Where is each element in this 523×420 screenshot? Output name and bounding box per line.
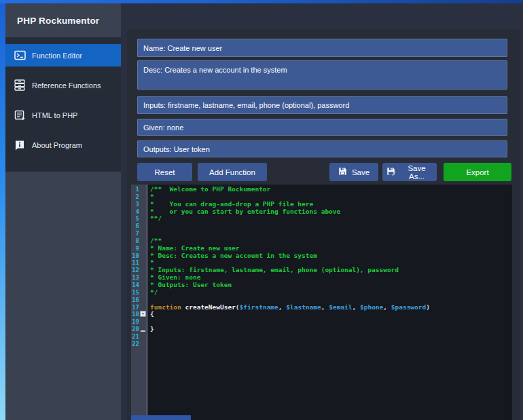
save-button-label: Save	[352, 168, 369, 176]
caret-mark	[141, 330, 145, 332]
line-number: 12	[131, 267, 147, 274]
document-convert-icon	[14, 109, 26, 121]
code-line: {	[150, 311, 512, 318]
function-outputs-input[interactable]	[137, 140, 507, 157]
window-border-left	[0, 0, 5, 420]
code-editor[interactable]: 12345678910111213141516171819202122 /** …	[131, 185, 512, 420]
sidebar-item-about-program[interactable]: About Program	[5, 134, 121, 156]
function-inputs-input[interactable]	[137, 96, 507, 114]
sidebar-item-reference-functions[interactable]: Reference Functions	[5, 74, 121, 96]
code-line: */	[150, 289, 512, 297]
code-line: **/	[150, 215, 512, 223]
line-number: 17	[131, 304, 147, 311]
function-name-input[interactable]	[137, 39, 507, 57]
horizontal-scrollbar-thumb[interactable]	[131, 415, 191, 420]
save-as-button-label: Save As...	[401, 164, 433, 180]
line-number: 7	[131, 230, 147, 237]
code-line	[150, 333, 512, 341]
add-function-button-label: Add Function	[209, 168, 255, 176]
add-function-button[interactable]: Add Function	[198, 163, 267, 181]
fold-marker[interactable]: -	[140, 311, 146, 317]
line-number: 16	[131, 297, 147, 304]
floppy-edit-icon	[386, 167, 396, 178]
code-line	[150, 318, 512, 326]
app-window: PHP Rockumentor Function Editor	[0, 0, 523, 420]
code-line: * Outputs: User token	[150, 282, 512, 289]
line-number: 13	[131, 274, 147, 282]
card-file-icon	[14, 79, 26, 92]
sidebar-menu: Function Editor Reference Functions	[5, 37, 121, 172]
line-number: 10	[131, 252, 147, 260]
editor-gutter: 12345678910111213141516171819202122	[131, 185, 147, 420]
export-button-label: Export	[466, 168, 488, 176]
line-number: 22	[131, 341, 147, 348]
code-line	[150, 230, 512, 237]
line-number: 1	[131, 186, 147, 193]
save-as-button[interactable]: Save As...	[382, 163, 437, 181]
sidebar-item-html-to-php[interactable]: HTML to PHP	[5, 104, 121, 126]
code-line	[150, 341, 512, 348]
line-number: 14	[131, 282, 147, 289]
line-number: 15	[131, 289, 147, 297]
line-number: 2	[131, 193, 147, 201]
line-number: 5	[131, 215, 147, 223]
sidebar-item-function-editor[interactable]: Function Editor	[5, 44, 121, 66]
sidebar: PHP Rockumentor Function Editor	[5, 3, 121, 420]
line-number: 11	[131, 259, 147, 267]
line-number: 19	[131, 318, 147, 326]
editor-code[interactable]: /** Welcome to PHP Rockumentor** You can…	[148, 185, 512, 420]
code-line: * Inputs: firstname, lastname, email, ph…	[150, 267, 512, 274]
code-line: * or you can start by entering functions…	[150, 208, 512, 216]
floppy-icon	[338, 167, 347, 177]
sidebar-item-label: About Program	[32, 141, 82, 149]
code-line: * Desc: Creates a new account in the sys…	[150, 252, 512, 260]
reset-button[interactable]: Reset	[137, 163, 192, 181]
line-number: 9	[131, 245, 147, 252]
line-number: 3	[131, 201, 147, 208]
code-line: function createNewUser($firstname, $last…	[150, 304, 512, 311]
line-number: 4	[131, 208, 147, 216]
function-desc-input[interactable]: Desc: Creates a new account in the syste…	[137, 60, 507, 90]
line-number: 8	[131, 237, 147, 245]
line-number: 21	[131, 333, 147, 341]
code-line: }	[150, 326, 512, 333]
export-button[interactable]: Export	[444, 163, 511, 181]
terminal-icon	[14, 50, 26, 62]
sidebar-item-label: Reference Functions	[32, 81, 101, 90]
reset-button-label: Reset	[154, 168, 175, 176]
sidebar-item-label: Function Editor	[32, 52, 82, 60]
sidebar-header: PHP Rockumentor	[5, 3, 121, 37]
save-button[interactable]: Save	[329, 163, 378, 181]
code-line	[150, 223, 512, 230]
line-number: 20	[131, 326, 147, 333]
app-title: PHP Rockumentor	[17, 16, 99, 26]
main-panel: Desc: Creates a new account in the syste…	[127, 29, 520, 420]
sidebar-item-label: HTML to PHP	[32, 111, 77, 119]
code-line: /** Welcome to PHP Rockumentor	[150, 186, 512, 193]
line-number: 6	[131, 223, 147, 230]
function-given-input[interactable]	[137, 119, 507, 136]
info-bubble-icon	[14, 139, 26, 151]
